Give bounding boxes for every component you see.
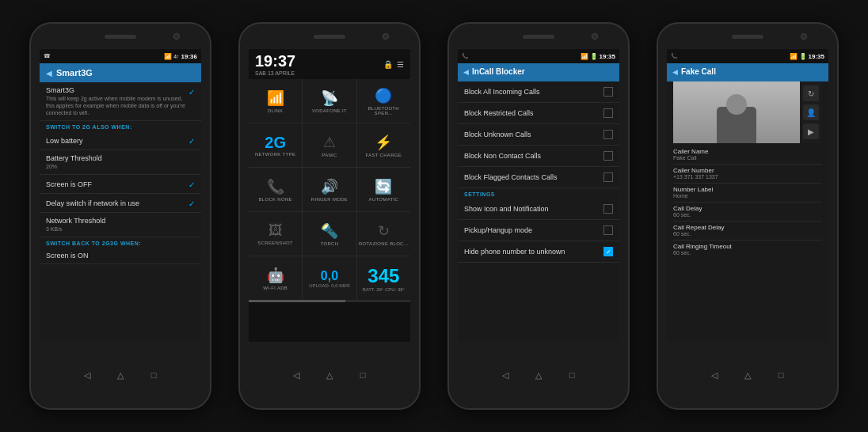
smart3g-main-item[interactable]: Smart3G This will keep 2g active when mo… [40,82,201,121]
tile-screenshot-label: SCREENSHOT [257,241,293,245]
row-pickup-hangup[interactable]: Pickup/Hangup mode [458,220,619,241]
pickup-hangup-checkbox[interactable] [603,225,613,235]
block-flagged-checkbox[interactable] [603,172,613,182]
nav-back-2[interactable]: ◁ [289,368,303,382]
camera-icon-4 [801,33,807,40]
nav-back-4[interactable]: ◁ [707,368,721,382]
tile-vodafone-label: VODAFONE IT [312,108,347,113]
back-icon-3[interactable]: ◀ [463,68,469,76]
low-battery-item[interactable]: Low battery ✓ [40,131,201,150]
network-threshold-val: 3 KB/s [46,225,105,233]
battery-threshold-item[interactable]: Battery Threshold 20% [40,150,201,175]
block-restricted-checkbox[interactable] [603,108,613,118]
phone-2-top [240,24,419,49]
speaker-2 [314,35,345,39]
caller-number-label: Caller Number [673,167,822,174]
menu-icon[interactable]: ☰ [397,60,404,69]
auto-tile-icon: 🔄 [375,178,392,195]
phone-tile-icon: 📞 [267,178,284,195]
screen-on-item[interactable]: Screen is ON [40,248,201,264]
signal-strength: 4↑ [173,54,179,59]
tile-2g[interactable]: 2G NETWORK TYPE [249,123,302,167]
nav-home-1[interactable]: △ [113,368,128,382]
wifi-icon-4: 📶 [790,53,798,60]
tile-torch[interactable]: 🔦 TORCH [303,212,356,256]
nav-recent-3[interactable]: □ [565,368,579,382]
row-block-restricted[interactable]: Block Restricted Calls [458,103,619,124]
nav-home-3[interactable]: △ [531,368,546,382]
screen-off-check: ✓ [188,180,195,189]
battery-icon-3: 🔋 [590,53,598,60]
tile-screenshot[interactable]: 🖼 SCREENSHOT [249,212,302,256]
number-type-value: Home [673,193,822,199]
block-noncontact-checkbox[interactable] [603,151,613,161]
speaker-4 [732,35,763,39]
number-type-row: Number Label Home [673,186,822,199]
batt-value: 345 [367,265,399,287]
screen-on-label: Screen is ON [46,252,89,260]
row-block-noncontact[interactable]: Block Non Contact Calls [458,146,619,167]
tile-batt: 345 BATT: 29° CPU: 38° [357,256,410,300]
phone-4-screen: 📞 📶 🔋 19:35 ◀ Fake Call [667,49,828,342]
battery-icon-4: 🔋 [799,53,807,60]
row-block-all[interactable]: Block All Incoming Calls [458,81,619,103]
row-show-icon[interactable]: Show Icon and Notification [458,199,619,220]
back-icon-4[interactable]: ◀ [672,68,678,76]
timeout-row: Call Ringing Timeout 60 sec. [673,243,822,256]
tile-blocknone[interactable]: 📞 BLOCK NONE [249,168,302,211]
repeat-delay-value: 60 sec. [673,231,822,237]
block-all-checkbox[interactable] [603,87,613,97]
tile-automatic[interactable]: 🔄 AUTOMATIC [357,168,410,211]
row-hide-number[interactable]: Hide phone number to unknown ✓ [458,241,619,263]
play-btn[interactable]: ▶ [803,123,819,139]
low-battery-check: ✓ [188,137,195,146]
network-threshold-item[interactable]: Network Threshold 3 KB/s [40,213,201,237]
tile-blocknone-label: BLOCK NONE [258,197,291,202]
bt-tile-icon: 🔵 [375,87,392,104]
hide-number-checkbox[interactable]: ✓ [603,247,613,256]
tile-fastcharge[interactable]: ⚡ FAST CHARGE [357,123,410,167]
tile-vodafone[interactable]: 📡 VODAFONE IT [303,79,356,123]
back-icon-1[interactable]: ◀ [46,69,52,78]
tile-dlink[interactable]: 📶 DLINK [249,79,302,123]
nav-home-4[interactable]: △ [740,368,755,382]
nav-recent-1[interactable]: □ [147,368,161,382]
app-title-1: Smart3G [56,68,93,78]
camera-icon-3 [592,33,598,40]
speaker-3 [523,35,554,39]
tile-panic[interactable]: ⚠ PANIC [303,123,356,167]
row-block-unknown[interactable]: Block Unknown Calls [458,124,619,146]
contact-btn[interactable]: 👤 [803,104,819,120]
nav-back-1[interactable]: ◁ [80,368,94,382]
skype-icon: ☎ [44,53,51,59]
tile-ringermode-label: RINGER MODE [311,197,348,202]
nav-back-3[interactable]: ◁ [498,368,512,382]
battery-threshold-val: 20% [46,163,102,170]
caller-name-label: Caller Name [673,148,822,155]
tile-automatic-label: AUTOMATIC [369,197,398,202]
divider-5 [673,240,822,241]
figure-body [717,107,756,143]
caller-number-row: Caller Number +13 371 337 1337 [673,167,822,180]
delay-switch-item[interactable]: Delay switch if network in use ✓ [40,194,201,213]
wifi-tile-icon: 📶 [267,89,284,107]
batt-sublabel: BATT: 29° CPU: 38° [363,287,405,292]
tile-bluetooth[interactable]: 🔵 BLUETOOTH SPEN... [357,79,410,123]
tile-wifiadb[interactable]: 🤖 WI-FI ADB [249,256,302,300]
tile-ringermode[interactable]: 🔊 RINGER MODE [303,168,356,211]
fakecall-header: ◀ Fake Call [667,63,828,80]
nav-recent-2[interactable]: □ [356,368,370,382]
block-unknown-checkbox[interactable] [603,130,613,139]
refresh-btn[interactable]: ↻ [803,85,819,101]
nav-home-2[interactable]: △ [322,368,337,382]
nav-recent-4[interactable]: □ [774,368,788,382]
screen-off-item[interactable]: Screen is OFF ✓ [40,175,201,194]
row-block-flagged[interactable]: Block Flagged Contacts Calls [458,167,619,188]
timeout-value: 60 sec. [673,250,822,256]
fakecall-title: Fake Call [681,67,716,76]
tile-rotation[interactable]: ↻ ROTAZIONE BLOC... [357,212,410,256]
upload-value: 0,0 [321,269,338,283]
status-bar-4: 📞 📶 🔋 19:35 [667,49,828,63]
show-icon-checkbox[interactable] [603,204,613,214]
phone-1: ☎ 📶 4↑ 19:36 ◀ Smart3G Smart3G This will… [29,22,211,410]
